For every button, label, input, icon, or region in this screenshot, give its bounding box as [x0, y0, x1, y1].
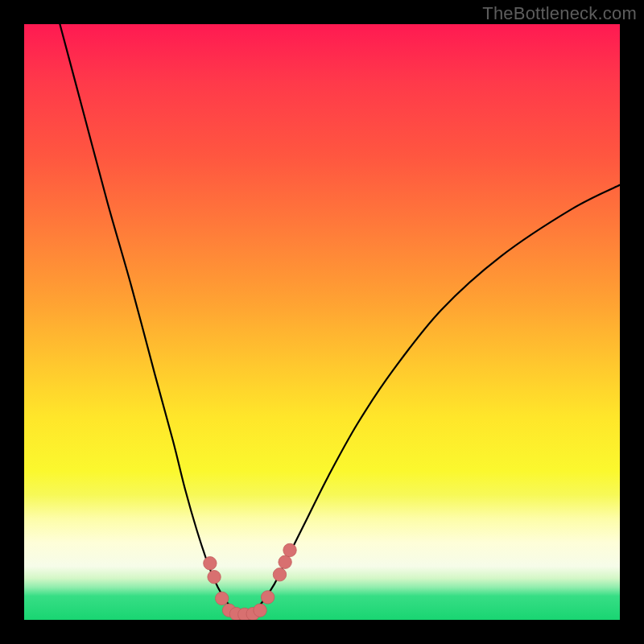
valley-marker: [261, 591, 274, 604]
valley-marker: [254, 604, 266, 617]
plot-area: [24, 24, 620, 620]
watermark-text: TheBottleneck.com: [482, 3, 637, 24]
curve-layer: [24, 24, 620, 620]
valley-marker: [208, 571, 221, 584]
valley-markers: [204, 543, 297, 620]
valley-marker: [204, 557, 217, 570]
bottleneck-curve: [60, 24, 620, 614]
valley-marker: [273, 568, 286, 581]
valley-marker: [215, 592, 228, 605]
valley-marker: [279, 555, 291, 568]
valley-marker: [283, 543, 296, 556]
chart-frame: TheBottleneck.com: [0, 0, 644, 644]
